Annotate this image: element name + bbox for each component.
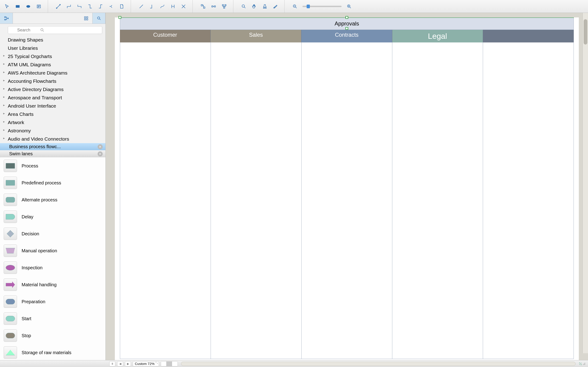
library-category[interactable]: ATM UML Diagrams — [0, 60, 105, 69]
shape-palette-item[interactable]: Manual operation — [0, 242, 105, 259]
shape-palette-item[interactable]: Process — [0, 157, 105, 174]
zoom-out-icon[interactable] — [290, 2, 300, 11]
shape-thumb-icon — [4, 160, 17, 172]
line-cross-icon[interactable] — [179, 2, 188, 11]
zoom-slider-thumb[interactable] — [307, 5, 310, 8]
grid-view-tab[interactable] — [80, 13, 93, 24]
library-tree-tab[interactable] — [0, 13, 13, 24]
autoarrange3-icon[interactable] — [219, 2, 229, 11]
svg-rect-14 — [224, 7, 225, 8]
swimlane-column[interactable] — [120, 42, 211, 359]
swimlane-header[interactable]: Customer — [120, 30, 211, 42]
pointer-tool-icon[interactable] — [2, 2, 12, 11]
drawing-page[interactable]: Approvals CustomerSalesContractsLegal — [115, 17, 579, 360]
library-category[interactable]: Artwork — [0, 118, 105, 127]
library-category[interactable]: Drawing Shapes — [0, 36, 105, 44]
view-mode-3[interactable] — [172, 361, 178, 366]
svg-rect-21 — [84, 17, 86, 18]
status-bar: ⏸ ◀ ▶ Custom 72% — [0, 360, 588, 367]
shape-palette-item[interactable]: Alternate process — [0, 191, 105, 208]
page-prev-icon[interactable]: ◀ — [117, 361, 123, 366]
close-sublibrary-icon[interactable]: ✕ — [98, 151, 103, 156]
shape-palette-item[interactable]: Delay — [0, 208, 105, 225]
library-category[interactable]: Active Directory Diagrams — [0, 85, 105, 94]
library-category[interactable]: User Libraries — [0, 44, 105, 52]
zoom-tool-icon[interactable] — [239, 2, 249, 11]
shape-palette-item[interactable]: Preparation — [0, 293, 105, 310]
swimlane-header[interactable] — [483, 30, 574, 42]
svg-rect-19 — [4, 19, 6, 20]
swimlane-header[interactable]: Sales — [211, 30, 301, 42]
corner-grip-icon[interactable] — [582, 362, 586, 365]
zoom-in-icon[interactable] — [344, 2, 354, 11]
swimlane-header[interactable]: Contracts — [301, 30, 392, 42]
selection-handle-nw[interactable] — [119, 16, 121, 19]
svg-rect-12 — [222, 4, 224, 6]
swimlane-column[interactable] — [211, 42, 302, 359]
shape-palette-item[interactable]: Material handling — [0, 276, 105, 293]
open-library-swim-lanes[interactable]: Swim lanes ✕ — [0, 150, 105, 157]
view-mode-switch[interactable] — [161, 361, 178, 366]
shape-palette-item[interactable]: Predefined process — [0, 174, 105, 191]
shape-thumb-icon — [4, 329, 17, 342]
svg-point-30 — [584, 363, 584, 364]
autoarrange1-icon[interactable] — [198, 2, 208, 11]
library-category[interactable]: Aerospace and Transport — [0, 94, 105, 102]
view-mode-1[interactable] — [161, 361, 166, 366]
page-pause-icon[interactable]: ⏸ — [109, 361, 115, 366]
line-straight-icon[interactable] — [137, 2, 146, 11]
connector-elbow4-icon[interactable] — [96, 2, 105, 11]
pan-tool-icon[interactable] — [250, 2, 259, 11]
library-category[interactable]: 25 Typical Orgcharts — [0, 52, 105, 60]
shape-palette-item[interactable]: Inspection — [0, 259, 105, 276]
shape-palette-item[interactable]: Decision — [0, 225, 105, 242]
swimlane-header[interactable]: Legal — [392, 30, 483, 42]
vertical-scrollbar[interactable] — [582, 13, 588, 353]
stamp-tool-icon[interactable] — [260, 2, 270, 11]
connector-elbow2-icon[interactable] — [75, 2, 84, 11]
library-category[interactable]: AWS Architecture Diagrams — [0, 69, 105, 77]
open-library-business-process[interactable]: Business process flowc... ✕ — [0, 143, 105, 150]
vertical-scroll-thumb[interactable] — [584, 19, 587, 44]
line-ortho-icon[interactable] — [147, 2, 157, 11]
corner-expand-icon[interactable] — [579, 362, 582, 365]
line-double-icon[interactable] — [168, 2, 178, 11]
selection-handle-n2[interactable] — [346, 27, 348, 30]
close-library-icon[interactable]: ✕ — [98, 144, 103, 149]
text-tool-icon[interactable] — [34, 2, 44, 11]
page-next-icon[interactable]: ▶ — [125, 361, 131, 366]
connector-elbow1-icon[interactable] — [64, 2, 74, 11]
ellipse-tool-icon[interactable] — [23, 2, 33, 11]
library-category[interactable]: Android User Interface — [0, 102, 105, 110]
library-category[interactable]: Astronomy — [0, 127, 105, 135]
eyedropper-tool-icon[interactable] — [271, 2, 280, 11]
selection-handle-n[interactable] — [346, 16, 348, 19]
svg-rect-23 — [84, 19, 86, 20]
autoarrange2-icon[interactable] — [209, 2, 218, 11]
horizontal-scrollbar[interactable] — [181, 362, 576, 366]
svg-rect-22 — [86, 17, 88, 18]
swimlane-column[interactable] — [392, 42, 483, 359]
shape-palette-item[interactable]: Storage of raw materials — [0, 344, 105, 360]
library-category[interactable]: Area Charts — [0, 110, 105, 118]
page-tool-icon[interactable] — [117, 2, 127, 11]
shape-label: Manual operation — [22, 248, 57, 253]
zoom-level-select[interactable]: Custom 72% — [133, 361, 159, 366]
swimlane-column[interactable] — [483, 42, 574, 359]
shape-palette-item[interactable]: Stop — [0, 327, 105, 344]
view-mode-2[interactable] — [166, 361, 172, 366]
library-category[interactable]: Audio and Video Connectors — [0, 135, 105, 143]
connector-elbow3-icon[interactable] — [85, 2, 95, 11]
search-tab[interactable] — [93, 13, 105, 24]
connector-split-icon[interactable] — [106, 2, 116, 11]
line-curve-icon[interactable] — [157, 2, 167, 11]
zoom-slider[interactable] — [303, 6, 342, 7]
library-search-input[interactable] — [8, 26, 102, 34]
shape-palette-item[interactable]: Start — [0, 310, 105, 327]
connector-direct-icon[interactable] — [53, 2, 63, 11]
svg-rect-24 — [86, 19, 88, 20]
library-category[interactable]: Accounting Flowcharts — [0, 77, 105, 85]
svg-point-25 — [97, 17, 100, 19]
rect-tool-icon[interactable] — [13, 2, 23, 11]
swimlane-column[interactable] — [302, 42, 392, 359]
